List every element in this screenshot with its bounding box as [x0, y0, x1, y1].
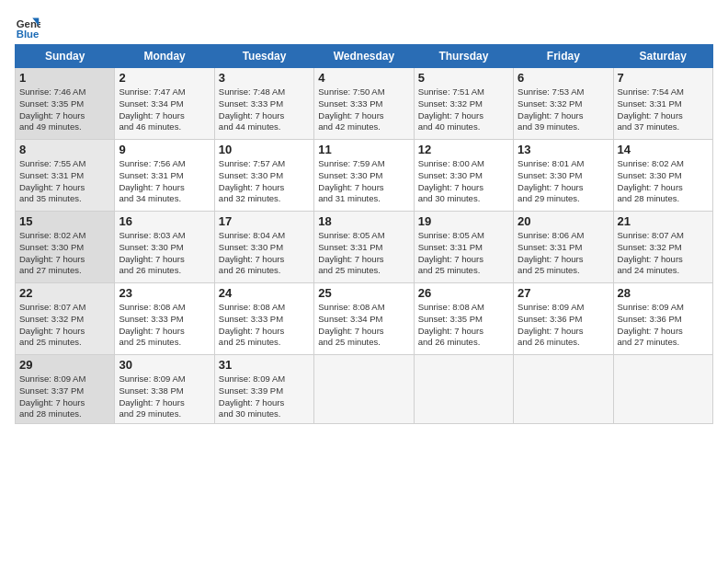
day-detail: Sunrise: 7:48 AM Sunset: 3:33 PM Dayligh…	[219, 86, 310, 133]
calendar-cell	[314, 355, 414, 424]
calendar-cell: 16Sunrise: 8:03 AM Sunset: 3:30 PM Dayli…	[115, 212, 214, 283]
calendar-container: General Blue SundayMondayTuesdayWednesda…	[0, 0, 728, 431]
calendar-cell: 24Sunrise: 8:08 AM Sunset: 3:33 PM Dayli…	[214, 283, 313, 355]
day-detail: Sunrise: 8:07 AM Sunset: 3:32 PM Dayligh…	[19, 302, 110, 349]
day-detail: Sunrise: 8:09 AM Sunset: 3:39 PM Dayligh…	[219, 373, 310, 420]
day-number: 19	[418, 214, 509, 228]
calendar-cell: 31Sunrise: 8:09 AM Sunset: 3:39 PM Dayli…	[214, 355, 313, 424]
calendar-cell: 6Sunrise: 7:53 AM Sunset: 3:32 PM Daylig…	[514, 68, 613, 140]
day-header-sunday: Sunday	[16, 45, 115, 68]
day-header-saturday: Saturday	[613, 45, 712, 68]
day-number: 18	[318, 214, 409, 228]
header: General Blue	[15, 15, 713, 40]
calendar-cell: 10Sunrise: 7:57 AM Sunset: 3:30 PM Dayli…	[214, 140, 313, 212]
calendar-cell: 5Sunrise: 7:51 AM Sunset: 3:32 PM Daylig…	[414, 68, 513, 140]
day-number: 27	[518, 286, 609, 300]
calendar-table: SundayMondayTuesdayWednesdayThursdayFrid…	[15, 44, 713, 424]
calendar-cell: 19Sunrise: 8:05 AM Sunset: 3:31 PM Dayli…	[414, 212, 513, 283]
day-number: 26	[418, 286, 509, 300]
day-detail: Sunrise: 7:47 AM Sunset: 3:34 PM Dayligh…	[119, 86, 210, 133]
calendar-cell: 25Sunrise: 8:08 AM Sunset: 3:34 PM Dayli…	[314, 283, 414, 355]
day-number: 31	[219, 358, 310, 372]
day-header-monday: Monday	[115, 45, 214, 68]
svg-text:Blue: Blue	[17, 29, 40, 40]
day-detail: Sunrise: 8:05 AM Sunset: 3:31 PM Dayligh…	[318, 230, 409, 277]
calendar-cell: 8Sunrise: 7:55 AM Sunset: 3:31 PM Daylig…	[16, 140, 115, 212]
day-number: 4	[318, 71, 409, 85]
calendar-header: SundayMondayTuesdayWednesdayThursdayFrid…	[16, 45, 713, 68]
calendar-cell: 4Sunrise: 7:50 AM Sunset: 3:33 PM Daylig…	[314, 68, 414, 140]
day-header-wednesday: Wednesday	[314, 45, 414, 68]
day-detail: Sunrise: 8:08 AM Sunset: 3:35 PM Dayligh…	[418, 302, 509, 349]
calendar-cell: 22Sunrise: 8:07 AM Sunset: 3:32 PM Dayli…	[16, 283, 115, 355]
calendar-cell: 27Sunrise: 8:09 AM Sunset: 3:36 PM Dayli…	[514, 283, 613, 355]
day-detail: Sunrise: 8:04 AM Sunset: 3:30 PM Dayligh…	[219, 230, 310, 277]
day-detail: Sunrise: 8:06 AM Sunset: 3:31 PM Dayligh…	[518, 230, 609, 277]
day-number: 8	[19, 143, 110, 156]
day-detail: Sunrise: 7:46 AM Sunset: 3:35 PM Dayligh…	[19, 86, 110, 133]
calendar-cell: 1Sunrise: 7:46 AM Sunset: 3:35 PM Daylig…	[16, 68, 115, 140]
day-number: 29	[19, 358, 110, 372]
day-detail: Sunrise: 8:02 AM Sunset: 3:30 PM Dayligh…	[19, 230, 110, 277]
day-detail: Sunrise: 7:53 AM Sunset: 3:32 PM Dayligh…	[518, 86, 609, 133]
day-number: 14	[618, 143, 709, 156]
logo: General Blue	[15, 15, 44, 40]
day-number: 11	[318, 143, 409, 156]
day-number: 7	[618, 71, 709, 85]
day-number: 17	[219, 214, 310, 228]
day-detail: Sunrise: 8:08 AM Sunset: 3:34 PM Dayligh…	[318, 302, 409, 349]
day-detail: Sunrise: 7:54 AM Sunset: 3:31 PM Dayligh…	[618, 86, 709, 133]
day-number: 21	[618, 214, 709, 228]
day-detail: Sunrise: 8:09 AM Sunset: 3:36 PM Dayligh…	[518, 302, 609, 349]
day-detail: Sunrise: 8:01 AM Sunset: 3:30 PM Dayligh…	[518, 158, 609, 205]
calendar-cell	[414, 355, 513, 424]
day-header-thursday: Thursday	[414, 45, 513, 68]
day-number: 28	[618, 286, 709, 300]
day-number: 12	[418, 143, 509, 156]
day-detail: Sunrise: 8:09 AM Sunset: 3:36 PM Dayligh…	[618, 302, 709, 349]
day-number: 6	[518, 71, 609, 85]
calendar-cell: 12Sunrise: 8:00 AM Sunset: 3:30 PM Dayli…	[414, 140, 513, 212]
day-detail: Sunrise: 7:51 AM Sunset: 3:32 PM Dayligh…	[418, 86, 509, 133]
day-number: 3	[219, 71, 310, 85]
calendar-cell: 2Sunrise: 7:47 AM Sunset: 3:34 PM Daylig…	[115, 68, 214, 140]
logo-icon: General Blue	[15, 15, 40, 40]
day-detail: Sunrise: 8:08 AM Sunset: 3:33 PM Dayligh…	[219, 302, 310, 349]
day-number: 22	[19, 286, 110, 300]
day-number: 13	[518, 143, 609, 156]
calendar-cell: 13Sunrise: 8:01 AM Sunset: 3:30 PM Dayli…	[514, 140, 613, 212]
calendar-cell: 3Sunrise: 7:48 AM Sunset: 3:33 PM Daylig…	[214, 68, 313, 140]
day-number: 25	[318, 286, 409, 300]
calendar-cell	[514, 355, 613, 424]
day-detail: Sunrise: 8:05 AM Sunset: 3:31 PM Dayligh…	[418, 230, 509, 277]
day-detail: Sunrise: 7:50 AM Sunset: 3:33 PM Dayligh…	[318, 86, 409, 133]
calendar-cell: 20Sunrise: 8:06 AM Sunset: 3:31 PM Dayli…	[514, 212, 613, 283]
day-number: 24	[219, 286, 310, 300]
calendar-cell: 29Sunrise: 8:09 AM Sunset: 3:37 PM Dayli…	[16, 355, 115, 424]
day-detail: Sunrise: 8:03 AM Sunset: 3:30 PM Dayligh…	[119, 230, 210, 277]
calendar-cell: 23Sunrise: 8:08 AM Sunset: 3:33 PM Dayli…	[115, 283, 214, 355]
day-detail: Sunrise: 7:55 AM Sunset: 3:31 PM Dayligh…	[19, 158, 110, 205]
day-detail: Sunrise: 8:07 AM Sunset: 3:32 PM Dayligh…	[618, 230, 709, 277]
day-number: 10	[219, 143, 310, 156]
day-detail: Sunrise: 7:57 AM Sunset: 3:30 PM Dayligh…	[219, 158, 310, 205]
day-header-tuesday: Tuesday	[214, 45, 313, 68]
day-number: 1	[19, 71, 110, 85]
day-number: 2	[119, 71, 210, 85]
day-detail: Sunrise: 8:09 AM Sunset: 3:37 PM Dayligh…	[19, 373, 110, 420]
day-detail: Sunrise: 8:00 AM Sunset: 3:30 PM Dayligh…	[418, 158, 509, 205]
day-number: 23	[119, 286, 210, 300]
calendar-cell: 9Sunrise: 7:56 AM Sunset: 3:31 PM Daylig…	[115, 140, 214, 212]
day-detail: Sunrise: 8:02 AM Sunset: 3:30 PM Dayligh…	[618, 158, 709, 205]
calendar-cell: 11Sunrise: 7:59 AM Sunset: 3:30 PM Dayli…	[314, 140, 414, 212]
calendar-cell: 28Sunrise: 8:09 AM Sunset: 3:36 PM Dayli…	[613, 283, 712, 355]
day-number: 20	[518, 214, 609, 228]
calendar-cell: 30Sunrise: 8:09 AM Sunset: 3:38 PM Dayli…	[115, 355, 214, 424]
day-detail: Sunrise: 7:56 AM Sunset: 3:31 PM Dayligh…	[119, 158, 210, 205]
calendar-cell: 18Sunrise: 8:05 AM Sunset: 3:31 PM Dayli…	[314, 212, 414, 283]
calendar-cell: 26Sunrise: 8:08 AM Sunset: 3:35 PM Dayli…	[414, 283, 513, 355]
calendar-cell: 15Sunrise: 8:02 AM Sunset: 3:30 PM Dayli…	[16, 212, 115, 283]
day-number: 16	[119, 214, 210, 228]
day-number: 9	[119, 143, 210, 156]
calendar-cell: 7Sunrise: 7:54 AM Sunset: 3:31 PM Daylig…	[613, 68, 712, 140]
